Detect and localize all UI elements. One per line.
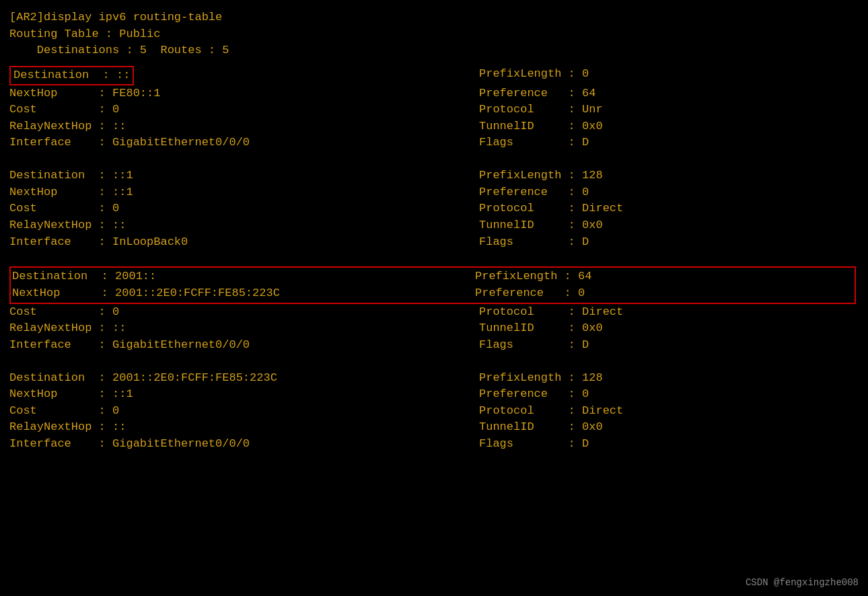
entry3-row5: Interface : GigabitEthernet0/0/0 Flags :… bbox=[9, 337, 856, 354]
entry1-tunnelid: TunnelID : 0x0 bbox=[479, 118, 856, 135]
entry3-cost: Cost : 0 bbox=[9, 304, 427, 321]
entry3-row1: Destination : 2001:: PrefixLength : 64 bbox=[12, 268, 852, 285]
entry4-flags: Flags : D bbox=[479, 436, 856, 453]
entry2-protocol: Protocol : Direct bbox=[479, 200, 856, 217]
entry2-tunnelid: TunnelID : 0x0 bbox=[479, 217, 856, 234]
entry3-destination: Destination : 2001:: bbox=[12, 268, 429, 285]
destinations-line: Destinations : 5 Routes : 5 bbox=[9, 42, 856, 59]
entry3-row4: RelayNextHop : :: TunnelID : 0x0 bbox=[9, 320, 856, 337]
entry4-row1: Destination : 2001::2E0:FCFF:FE85:223C P… bbox=[9, 370, 856, 387]
entry-3: Destination : 2001:: PrefixLength : 64 N… bbox=[9, 266, 856, 353]
entry4-prefixlength: PrefixLength : 128 bbox=[479, 370, 856, 387]
entry1-row5: Interface : GigabitEthernet0/0/0 Flags :… bbox=[9, 135, 856, 151]
entry1-destination: Destination : :: bbox=[9, 66, 134, 85]
entry2-row4: RelayNextHop : :: TunnelID : 0x0 bbox=[9, 217, 856, 234]
entry1-cost: Cost : 0 bbox=[9, 102, 427, 118]
entry1-row3: Cost : 0 Protocol : Unr bbox=[9, 102, 856, 118]
entry1-relaynexthop: RelayNextHop : :: bbox=[9, 118, 427, 135]
entry1-nexthop: NextHop : FE80::1 bbox=[9, 85, 427, 102]
entry2-row5: Interface : InLoopBack0 Flags : D bbox=[9, 234, 856, 251]
entry4-destination: Destination : 2001::2E0:FCFF:FE85:223C bbox=[9, 370, 427, 387]
entry2-preference: Preference : 0 bbox=[479, 184, 856, 201]
entry2-row2: NextHop : ::1 Preference : 0 bbox=[9, 184, 856, 201]
entry3-protocol: Protocol : Direct bbox=[479, 304, 856, 321]
entry4-row3: Cost : 0 Protocol : Direct bbox=[9, 403, 856, 420]
entry4-row4: RelayNextHop : :: TunnelID : 0x0 bbox=[9, 419, 856, 436]
entry4-interface: Interface : GigabitEthernet0/0/0 bbox=[9, 436, 427, 453]
entry4-row5: Interface : GigabitEthernet0/0/0 Flags :… bbox=[9, 436, 856, 453]
entry1-prefixlength: PrefixLength : 0 bbox=[479, 66, 856, 83]
entry-4: Destination : 2001::2E0:FCFF:FE85:223C P… bbox=[9, 370, 856, 453]
entry1-interface: Interface : GigabitEthernet0/0/0 bbox=[9, 135, 427, 151]
entry2-row3: Cost : 0 Protocol : Direct bbox=[9, 200, 856, 217]
entry3-relaynexthop: RelayNextHop : :: bbox=[9, 320, 427, 337]
entry-2: Destination : ::1 PrefixLength : 128 Nex… bbox=[9, 167, 856, 250]
entry3-row2: NextHop : 2001::2E0:FCFF:FE85:223C Prefe… bbox=[12, 285, 852, 302]
entry1-protocol: Protocol : Unr bbox=[479, 102, 856, 118]
entry2-flags: Flags : D bbox=[479, 234, 856, 251]
entry3-row3: Cost : 0 Protocol : Direct bbox=[9, 304, 856, 321]
entry2-interface: Interface : InLoopBack0 bbox=[9, 234, 427, 251]
entry1-row1: Destination : :: PrefixLength : 0 bbox=[9, 66, 856, 85]
entry1-preference: Preference : 64 bbox=[479, 85, 856, 102]
entry2-relaynexthop: RelayNextHop : :: bbox=[9, 217, 427, 234]
entry1-row2: NextHop : FE80::1 Preference : 64 bbox=[9, 85, 856, 102]
command-line: [AR2]display ipv6 routing-table bbox=[9, 9, 856, 26]
entry2-cost: Cost : 0 bbox=[9, 200, 427, 217]
entry4-tunnelid: TunnelID : 0x0 bbox=[479, 419, 856, 436]
entry2-nexthop: NextHop : ::1 bbox=[9, 184, 427, 201]
routing-table-header: Routing Table : Public bbox=[9, 26, 856, 43]
entry2-row1: Destination : ::1 PrefixLength : 128 bbox=[9, 167, 856, 184]
entry3-preference: Preference : 0 bbox=[475, 285, 852, 302]
entry-1: Destination : :: PrefixLength : 0 NextHo… bbox=[9, 66, 856, 151]
entry1-row4: RelayNextHop : :: TunnelID : 0x0 bbox=[9, 118, 856, 135]
entry3-flags: Flags : D bbox=[479, 337, 856, 354]
entry4-relaynexthop: RelayNextHop : :: bbox=[9, 419, 427, 436]
entry4-row2: NextHop : ::1 Preference : 0 bbox=[9, 386, 856, 403]
entry2-destination: Destination : ::1 bbox=[9, 167, 427, 184]
entry4-nexthop: NextHop : ::1 bbox=[9, 386, 427, 403]
entry3-prefixlength: PrefixLength : 64 bbox=[475, 268, 852, 285]
entry1-flags: Flags : D bbox=[479, 135, 856, 151]
entry3-nexthop: NextHop : 2001::2E0:FCFF:FE85:223C bbox=[12, 285, 429, 302]
terminal-output: [AR2]display ipv6 routing-table Routing … bbox=[9, 9, 856, 453]
entry4-preference: Preference : 0 bbox=[479, 386, 856, 403]
entry4-cost: Cost : 0 bbox=[9, 403, 427, 420]
entry2-prefixlength: PrefixLength : 128 bbox=[479, 167, 856, 184]
watermark: CSDN @fengxingzhe008 bbox=[746, 576, 859, 589]
entry3-tunnelid: TunnelID : 0x0 bbox=[479, 320, 856, 337]
entry4-protocol: Protocol : Direct bbox=[479, 403, 856, 420]
entry3-interface: Interface : GigabitEthernet0/0/0 bbox=[9, 337, 427, 354]
